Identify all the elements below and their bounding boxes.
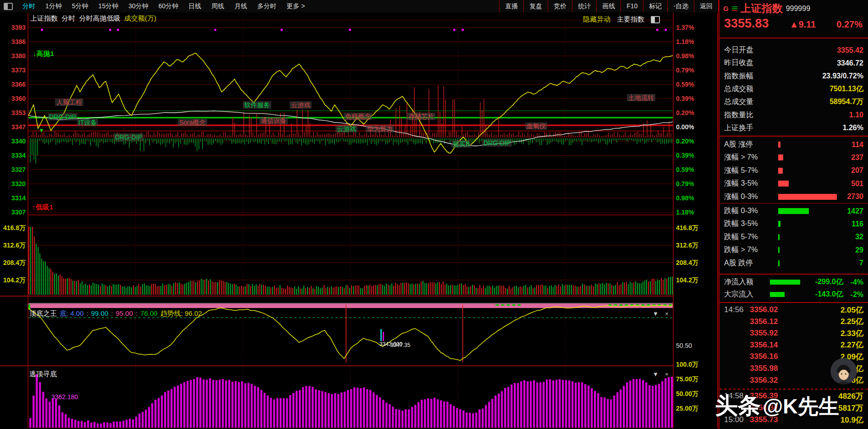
stat-label: 指数量比 bbox=[724, 110, 753, 120]
tick-amount: 10.9亿 bbox=[841, 415, 863, 425]
sell-high-marker: ↓高抛1 bbox=[33, 50, 54, 58]
tab-30分钟[interactable]: 30分钟 bbox=[128, 2, 148, 10]
main-chart-canvas[interactable] bbox=[0, 12, 719, 429]
divider bbox=[720, 136, 868, 137]
toolbar-button-返回[interactable]: 返回 bbox=[694, 0, 719, 12]
toolbar-button-复盘[interactable]: 复盘 bbox=[523, 0, 548, 12]
menu-icon[interactable] bbox=[732, 6, 737, 11]
tab-1分钟[interactable]: 1分钟 bbox=[45, 2, 62, 10]
tab-月线[interactable]: 月线 bbox=[234, 2, 247, 10]
sector-label: 血氧仪 bbox=[525, 122, 547, 130]
distribution-label: 跌幅 > 7% bbox=[724, 245, 758, 255]
toolbar-button--自选[interactable]: -自选 bbox=[667, 0, 694, 12]
stat-row: 总成交量58954.7万 bbox=[724, 97, 863, 107]
tab-周线[interactable]: 周线 bbox=[211, 2, 224, 10]
tab-分时[interactable]: 分时 bbox=[22, 2, 35, 10]
stat-value: 3346.72 bbox=[837, 59, 863, 67]
distribution-row: 涨幅 > 7%237 bbox=[724, 152, 863, 163]
sector-label: Sora概念 bbox=[178, 119, 207, 126]
flow-bar bbox=[770, 280, 800, 285]
toolbar-buttons: 直播复盘竞价统计画线F10标记-自选返回 bbox=[500, 0, 719, 12]
tick-price: 3356.14 bbox=[750, 341, 804, 350]
price-change: ▲9.11 bbox=[790, 19, 816, 30]
toolbar-button-标记[interactable]: 标记 bbox=[643, 0, 668, 12]
stat-value: 7501.13亿 bbox=[830, 84, 863, 94]
stat-value: 1.10 bbox=[849, 111, 863, 119]
sector-label: 云游戏 bbox=[335, 125, 357, 132]
pct-axis-label: 0.20% bbox=[676, 138, 694, 145]
indicator2-collapse-icon[interactable]: ▼ bbox=[653, 371, 659, 378]
indicator2-left-value: 3362.180 bbox=[51, 393, 78, 401]
tick-price: 3356.16 bbox=[750, 352, 804, 361]
toolbar-button-竞价[interactable]: 竞价 bbox=[548, 0, 572, 12]
stat-row: 指数量比1.10 bbox=[724, 110, 863, 121]
sector-label: 华为算力 bbox=[366, 125, 394, 132]
sector-label: 通信设备 bbox=[259, 117, 288, 124]
price-axis-label: 3320 bbox=[2, 180, 26, 187]
sector-label: 软件服务 bbox=[243, 101, 271, 109]
tick-row: 3355.922.33亿 bbox=[724, 328, 863, 339]
indicator1-header: 顶底之王 底: 4.00 : 99.00 : 95.00 : 76.00 趋势线… bbox=[29, 309, 202, 318]
avatar[interactable] bbox=[830, 358, 857, 385]
price-axis-label: 3353 bbox=[2, 109, 26, 116]
volume-axis-label: 208.4万 bbox=[0, 259, 26, 267]
tick-row: 14:563356.022.05亿 bbox=[724, 304, 863, 315]
stat-label: 总成交量 bbox=[724, 97, 753, 107]
pct-axis-label: 0.98% bbox=[676, 52, 694, 60]
toolbar-button-F10[interactable]: F10 bbox=[621, 0, 643, 12]
stat-label: 上证换手 bbox=[724, 123, 753, 133]
sector-label: 云游戏 bbox=[290, 101, 312, 109]
toolbar-button-直播[interactable]: 直播 bbox=[499, 0, 524, 12]
distribution-count: 501 bbox=[851, 180, 863, 188]
divider bbox=[720, 302, 868, 303]
distribution-label: 跌幅 0-3% bbox=[724, 206, 758, 216]
drg-dip-triangle-icon: ▼ bbox=[38, 127, 44, 134]
sidebar-toggle-icon[interactable] bbox=[4, 3, 13, 10]
tick-row: 3356.122.25亿 bbox=[724, 316, 863, 327]
indicator1-title[interactable]: 顶底之王 bbox=[29, 309, 57, 318]
indicator2-title[interactable]: 逃顶寻底 bbox=[29, 370, 57, 379]
hide-alerts-button[interactable]: 隐藏异动 bbox=[583, 15, 610, 24]
panel-toggle-icon[interactable] bbox=[651, 16, 660, 23]
distribution-bar bbox=[778, 208, 809, 214]
tab-60分钟[interactable]: 60分钟 bbox=[159, 2, 179, 10]
pct-axis-label: 0.39% bbox=[676, 152, 694, 159]
flow-pct: -4% bbox=[843, 278, 863, 286]
indicator2-controls: ▼ × bbox=[653, 371, 668, 378]
chart-volume-label: 成交额(万) bbox=[124, 14, 156, 22]
chart-region: 上证指数 分时 分时高抛低吸 成交额(万) 隐藏异动 主要指数 33933386… bbox=[0, 12, 719, 429]
indicator1-collapse-icon[interactable]: ▼ bbox=[653, 310, 659, 317]
trading-app-window: 分时1分钟5分钟15分钟30分钟60分钟日线周线月线多分时更多 > 直播复盘竞价… bbox=[0, 0, 868, 429]
pct-axis-label: 0.00% bbox=[676, 123, 694, 131]
sector-label: 人脑工程 bbox=[55, 99, 83, 106]
stat-row: 昨日收盘3346.72 bbox=[724, 58, 863, 68]
tab-15分钟[interactable]: 15分钟 bbox=[99, 2, 119, 10]
g-badge[interactable]: G bbox=[723, 5, 729, 12]
sector-label: DRG-DIP bbox=[48, 113, 77, 121]
price-axis-label: 3380 bbox=[2, 52, 26, 60]
stat-label: 总成交额 bbox=[724, 84, 753, 94]
pct-axis-label: 1.18% bbox=[676, 209, 694, 216]
dashed-divider bbox=[720, 389, 868, 390]
distribution-row: A股 跌停7 bbox=[724, 258, 863, 269]
tab-多分时[interactable]: 多分时 bbox=[257, 2, 276, 10]
divider bbox=[720, 274, 868, 275]
tick-price: 3356.32 bbox=[750, 376, 804, 385]
tab-日线[interactable]: 日线 bbox=[188, 2, 201, 10]
distribution-label: 涨幅 > 7% bbox=[724, 153, 758, 162]
index-name[interactable]: 上证指数 bbox=[741, 1, 783, 16]
volume-axis-label: 312.6万 bbox=[676, 242, 698, 250]
price-row: 3355.83 ▲9.11 0.27% bbox=[724, 16, 863, 31]
distribution-bar bbox=[778, 194, 837, 200]
main-index-button[interactable]: 主要指数 bbox=[617, 15, 644, 24]
toolbar-button-统计[interactable]: 统计 bbox=[572, 0, 597, 12]
tab-5分钟[interactable]: 5分钟 bbox=[72, 2, 88, 10]
flow-label: 大宗流入 bbox=[724, 290, 753, 299]
tick-amount: 2.27亿 bbox=[841, 340, 863, 350]
stat-label: 昨日收盘 bbox=[724, 58, 753, 68]
price-axis-label: 3334 bbox=[2, 152, 26, 159]
tab-更多 >[interactable]: 更多 > bbox=[286, 2, 305, 10]
toolbar-button-画线[interactable]: 画线 bbox=[596, 0, 621, 12]
indicator1-close-icon[interactable]: × bbox=[665, 310, 669, 317]
indicator2-close-icon[interactable]: × bbox=[665, 371, 669, 378]
